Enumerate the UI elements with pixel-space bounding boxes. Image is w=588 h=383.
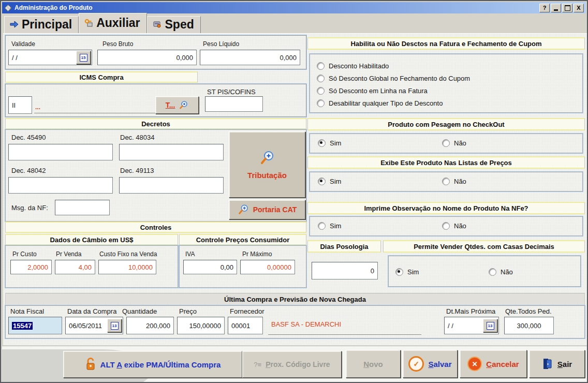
tab-auxiliar[interactable]: Auxiliar [79, 13, 146, 33]
radio-icon[interactable] [317, 75, 325, 82]
radio-icon[interactable] [318, 139, 326, 147]
pesagem-header: Produto com Pesagem no CheckOut [307, 118, 585, 130]
radio-label: Só Desconto em Linha na Fatura [329, 87, 428, 95]
door-exit-icon [542, 358, 553, 370]
fornecedor-line [268, 322, 421, 335]
radio-so-desconto-global[interactable]: Só Desconto Global no Fechamento do Cupo… [317, 75, 470, 82]
exibe-sim-radio[interactable]: Sim [318, 178, 341, 185]
data-compra-label: Data da Compra [67, 307, 116, 315]
novo-button[interactable]: Novo [346, 350, 401, 378]
minimize-button[interactable] [551, 4, 561, 12]
portaria-cat-button[interactable]: Portaria CAT [229, 200, 305, 219]
fornecedor-code-input[interactable]: 00001 [228, 317, 263, 334]
tab-sped[interactable]: Sped [147, 16, 201, 33]
tab-label: Principal [22, 18, 72, 32]
pesagem-nao-radio[interactable]: Não [442, 139, 466, 147]
tributacao-label: Tributação [247, 171, 287, 180]
quantidade-input[interactable]: 200,000 [126, 317, 174, 334]
radio-icon[interactable] [489, 268, 496, 276]
minimize-icon [554, 9, 558, 11]
alt-pma-button[interactable]: ALT A exibe PMA/Última Compra [63, 351, 242, 378]
consumidor-header: Controle Preços Consumidor [179, 234, 306, 245]
dt-proxima-input[interactable]: / / 13 [444, 317, 499, 334]
pr-custo-input[interactable]: 2,0000 [10, 260, 52, 274]
radio-icon[interactable] [317, 99, 325, 107]
qte-todos-value: 300,000 [517, 322, 541, 330]
salvar-button[interactable]: ✓ Salvar [403, 350, 458, 378]
peso-bruto-value: 0,000 [176, 54, 193, 62]
decimais-sim-radio[interactable]: Sim [395, 268, 419, 276]
pesagem-sim-radio[interactable]: Sim [318, 139, 341, 147]
icms-lookup-label: T... [166, 101, 175, 109]
radio-desconto-habilitado[interactable]: Desconto Habilitado [317, 62, 389, 70]
help-button[interactable]: ? [539, 4, 550, 12]
dec-45490-input[interactable] [8, 144, 113, 160]
custo-fixo-input[interactable]: 10,0000 [98, 260, 156, 274]
pr-maximo-label: Pr Máximo [242, 251, 272, 258]
close-button[interactable]: X [574, 4, 584, 12]
check-circle-icon: ✓ [408, 356, 424, 372]
qte-todos-input[interactable]: 300,000 [504, 317, 554, 334]
preco-input[interactable]: 150,00000 [177, 317, 225, 334]
sped-tab-icon [153, 21, 162, 28]
radio-icon[interactable] [442, 139, 450, 147]
icms-code-input[interactable]: II [8, 96, 32, 114]
sair-button[interactable]: Sair [529, 350, 585, 378]
nota-fiscal-label: Nota Fiscal [10, 307, 44, 315]
radio-label: Só Desconto Global no Fechamento do Cupo… [329, 75, 470, 82]
radio-so-desconto-linha[interactable]: Só Desconto em Linha na Fatura [317, 87, 428, 95]
st-pis-cofins-input[interactable] [205, 96, 263, 112]
icms-lookup-button[interactable]: T... [155, 96, 199, 114]
tab-label: Auxiliar [96, 16, 140, 30]
radio-icon[interactable] [317, 87, 325, 95]
posologia-input[interactable]: 0 [312, 262, 378, 279]
custo-fixo-label: Custo Fixo na Venda [99, 251, 157, 258]
peso-liquido-input[interactable]: 0,000 [200, 50, 300, 65]
radio-icon[interactable] [442, 178, 450, 185]
radio-icon[interactable] [317, 62, 325, 70]
maximize-button[interactable] [562, 4, 572, 12]
decimais-header: Permite Vender Qtdes. com Casas Decimais [383, 240, 585, 253]
peso-bruto-input[interactable]: 0,000 [97, 50, 197, 65]
pr-maximo-value: 0,00000 [267, 263, 291, 271]
data-compra-calendar-button[interactable]: 13 [107, 319, 122, 332]
validade-input[interactable]: / / 15 [8, 50, 92, 65]
radio-icon[interactable] [318, 222, 326, 230]
pr-maximo-input[interactable]: 0,00000 [240, 260, 295, 274]
nota-fiscal-input[interactable]: 15547 [8, 317, 62, 334]
radio-icon[interactable] [395, 268, 403, 276]
data-compra-input[interactable]: 06/05/2011 13 [65, 317, 123, 334]
data-compra-value: 06/05/2011 [69, 322, 102, 330]
cancelar-label: Cancelar [486, 360, 519, 369]
peso-liquido-value: 0,000 [280, 54, 297, 62]
cambio-header: Dados de Câmbio em US$ [5, 234, 178, 245]
tab-strip: Principal Auxiliar Sped [4, 14, 201, 33]
dec-48042-input[interactable] [8, 177, 113, 194]
radio-label: Sim [407, 268, 419, 276]
radio-icon[interactable] [442, 222, 450, 230]
dec-48034-input[interactable] [119, 144, 224, 160]
tributacao-button[interactable]: Tributação [229, 131, 305, 198]
radio-label: Sim [330, 178, 341, 185]
salvar-label: Salvar [428, 360, 451, 369]
iva-input[interactable]: 0,00 [183, 260, 237, 274]
padlock-icon [85, 358, 96, 371]
imprime-nao-radio[interactable]: Não [442, 222, 466, 230]
radio-icon[interactable] [318, 178, 326, 185]
prox-codigo-button[interactable]: ?≡ Prox. Código Livre [242, 351, 342, 378]
cancelar-button[interactable]: ✕ Cancelar [460, 350, 527, 378]
radio-desabilitar-desconto[interactable]: Desabilitar qualquer Tipo de Desconto [317, 99, 443, 107]
exibe-nao-radio[interactable]: Não [442, 178, 466, 185]
dt-proxima-calendar-button[interactable]: 13 [483, 319, 497, 332]
decretos-header: Decretos [5, 118, 306, 129]
imprime-sim-radio[interactable]: Sim [318, 222, 341, 230]
pr-venda-input[interactable]: 4,00 [55, 260, 95, 274]
decimais-nao-radio[interactable]: Não [489, 268, 513, 276]
dec-49113-input[interactable] [119, 177, 224, 194]
radio-label: Sim [330, 222, 341, 230]
msg-nf-input[interactable] [55, 200, 110, 215]
novo-label: Novo [363, 360, 383, 369]
tab-principal[interactable]: Principal [4, 16, 79, 33]
ultima-compra-header: Última Compra e Previsão de Nova Chegada [5, 293, 585, 305]
validade-calendar-button[interactable]: 15 [76, 51, 91, 64]
